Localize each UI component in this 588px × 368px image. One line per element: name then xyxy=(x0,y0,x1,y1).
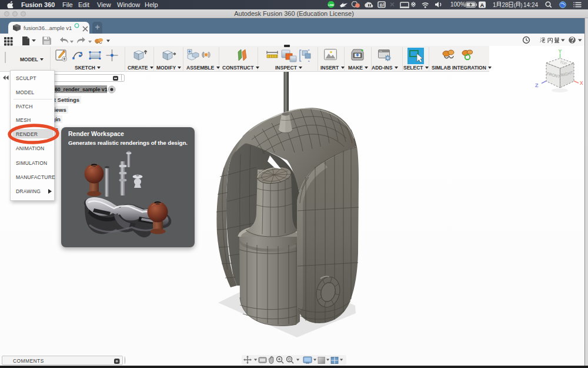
svg-text:(: ( xyxy=(514,2,516,8)
svg-text:Z: Z xyxy=(535,82,539,88)
svg-text:1: 1 xyxy=(493,2,496,8)
svg-text:): ) xyxy=(521,2,523,8)
svg-text:LINE: LINE xyxy=(328,4,334,6)
svg-text:>=: >= xyxy=(379,50,382,52)
svg-text:X: X xyxy=(580,80,583,86)
svg-text:B: B xyxy=(380,2,383,8)
svg-text:14:24: 14:24 xyxy=(523,2,538,8)
svg-text:100%: 100% xyxy=(450,1,466,8)
svg-text:Y: Y xyxy=(559,48,562,54)
svg-text:28: 28 xyxy=(502,2,509,8)
svg-text:A: A xyxy=(480,2,485,8)
